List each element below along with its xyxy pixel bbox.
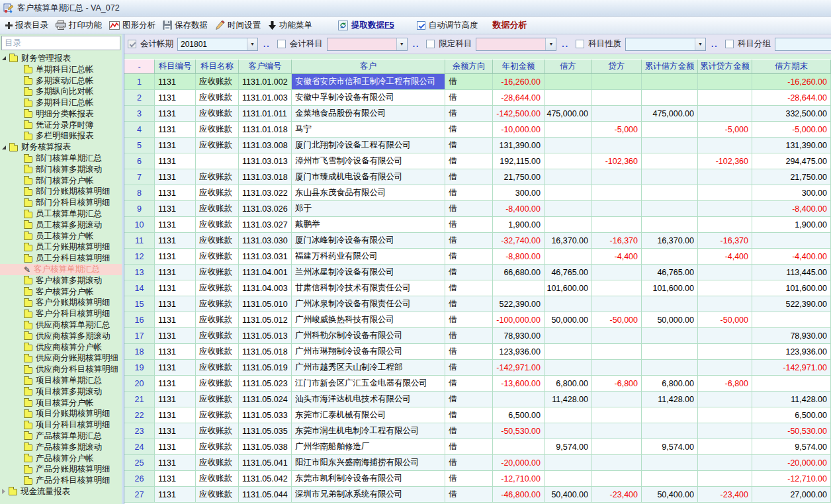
toolbar-button-5[interactable]: 功能菜单: [268, 20, 312, 31]
cell[interactable]: 1131: [155, 344, 196, 360]
cell[interactable]: 借: [445, 90, 493, 106]
cell[interactable]: 1131: [155, 360, 196, 376]
cell[interactable]: [642, 217, 698, 233]
extract-data-button[interactable]: 提取数据F5: [338, 20, 394, 31]
cell[interactable]: 294,475.00: [752, 153, 831, 169]
column-header[interactable]: 余额方向: [445, 60, 493, 74]
cell[interactable]: 借: [445, 185, 493, 201]
filter-checkbox[interactable]: [576, 40, 584, 48]
cell[interactable]: 1131: [155, 249, 196, 265]
tree-item[interactable]: 供应商核算分户帐: [0, 342, 122, 353]
cell[interactable]: 78,930.00: [752, 328, 831, 344]
cell[interactable]: 11,428.00: [642, 392, 698, 407]
cell[interactable]: 1131.03.013: [239, 153, 292, 169]
cell[interactable]: 1131: [155, 471, 196, 487]
cell[interactable]: [592, 265, 642, 280]
cell[interactable]: [196, 153, 239, 169]
cell[interactable]: [642, 153, 698, 169]
cell[interactable]: 1131.04.003: [239, 280, 292, 296]
cell[interactable]: [698, 217, 752, 233]
tree-item[interactable]: 员工分科目核算明细: [0, 253, 122, 264]
cell[interactable]: 深圳市兄弟制冰系统有限公司: [292, 487, 445, 503]
cell[interactable]: [545, 169, 592, 185]
table-row[interactable]: 141131应收账款1131.04.003甘肃信科制冷技术有限责任公司借101,…: [124, 280, 831, 296]
cell[interactable]: 522,390.00: [493, 296, 545, 312]
cell[interactable]: -102,360: [592, 153, 642, 169]
cell[interactable]: 11,428.00: [545, 392, 592, 407]
tree-item[interactable]: 产品核算分户帐: [0, 453, 122, 464]
cell[interactable]: [642, 90, 698, 106]
data-analysis-button[interactable]: 数据分析: [493, 19, 527, 31]
cell[interactable]: -32,740.00: [493, 233, 545, 249]
cell[interactable]: 16: [124, 312, 155, 328]
tree-item[interactable]: 项目核算多期滚动: [0, 386, 122, 398]
cell[interactable]: [698, 471, 752, 487]
cell[interactable]: [545, 249, 592, 265]
cell[interactable]: 应收账款: [196, 471, 239, 487]
cell[interactable]: [592, 280, 642, 296]
cell[interactable]: -10,000.00: [493, 122, 545, 138]
filter-combo[interactable]: 201801▼: [177, 38, 258, 51]
cell[interactable]: [752, 312, 831, 328]
cell[interactable]: 1131: [155, 280, 196, 296]
cell[interactable]: 应收账款: [196, 439, 239, 455]
cell[interactable]: -142,971.00: [493, 360, 545, 376]
cell[interactable]: 借: [445, 201, 493, 217]
cell[interactable]: 123,936.00: [493, 344, 545, 360]
cell[interactable]: 1131.03.026: [239, 201, 292, 217]
cell[interactable]: 19: [124, 360, 155, 376]
cell[interactable]: [698, 455, 752, 471]
cell[interactable]: 46,765.00: [545, 265, 592, 280]
cell[interactable]: 戴鹏举: [292, 217, 445, 233]
cell[interactable]: -20,000.00: [752, 455, 831, 471]
cell[interactable]: 15: [124, 296, 155, 312]
cell[interactable]: 4: [124, 122, 155, 138]
cell[interactable]: [698, 423, 752, 439]
cell[interactable]: 1131.05.024: [239, 392, 292, 407]
cell[interactable]: -16,370: [592, 233, 642, 249]
cell[interactable]: 50,000.00: [642, 312, 698, 328]
cell[interactable]: 应收账款: [196, 217, 239, 233]
cell[interactable]: 应收账款: [196, 185, 239, 201]
cell[interactable]: [592, 217, 642, 233]
cell[interactable]: [698, 185, 752, 201]
cell[interactable]: 郑于: [292, 201, 445, 217]
cell[interactable]: 1131: [155, 201, 196, 217]
column-header[interactable]: 科目编号: [155, 60, 196, 74]
cell[interactable]: [545, 185, 592, 201]
cell[interactable]: 131,390.00: [752, 138, 831, 153]
cell[interactable]: 192,115.00: [493, 153, 545, 169]
collapse-icon[interactable]: [2, 56, 6, 60]
tree-item[interactable]: 客户核算分户帐: [0, 286, 122, 298]
cell[interactable]: 101,600.00: [752, 280, 831, 296]
cell[interactable]: 广州市琳翔制冷设备有限公司: [292, 344, 445, 360]
cell[interactable]: [642, 74, 698, 90]
column-header[interactable]: 客户编号: [239, 60, 292, 74]
cell[interactable]: [545, 153, 592, 169]
tree-item[interactable]: 部门分账期核算明细: [0, 187, 122, 198]
cell[interactable]: 借: [445, 312, 493, 328]
cell[interactable]: 安徽省安庆市信和王制冷工程有限公司: [292, 74, 445, 90]
cell[interactable]: [545, 471, 592, 487]
cell[interactable]: 借: [445, 217, 493, 233]
tree-item[interactable]: 项目分账期核算明细: [0, 409, 122, 420]
table-row[interactable]: 41131应收账款1131.01.018马宁借-10,000.00-5,000-…: [124, 122, 831, 138]
cell[interactable]: [493, 439, 545, 455]
cell[interactable]: -50,000: [592, 312, 642, 328]
toolbar-button-3[interactable]: 保存数据: [163, 20, 208, 31]
cell[interactable]: 1,900.00: [493, 217, 545, 233]
cell[interactable]: 1131.03.018: [239, 169, 292, 185]
cell[interactable]: 应收账款: [196, 90, 239, 106]
tree-item[interactable]: 明细分类帐报表: [0, 108, 122, 120]
cell[interactable]: 借: [445, 455, 493, 471]
cell[interactable]: [642, 407, 698, 423]
cell[interactable]: 汕头市海洋达机电技术有限公司: [292, 392, 445, 407]
cell[interactable]: -16,260.00: [493, 74, 545, 90]
cell[interactable]: 131,390.00: [493, 138, 545, 153]
cell[interactable]: 1131: [155, 90, 196, 106]
cell[interactable]: [592, 106, 642, 122]
cell[interactable]: [592, 344, 642, 360]
cell[interactable]: 1,900.00: [752, 217, 831, 233]
tree-item[interactable]: 项目核算单期汇总: [0, 375, 122, 386]
tree-item[interactable]: 供应商分账期核算明细: [0, 353, 122, 364]
